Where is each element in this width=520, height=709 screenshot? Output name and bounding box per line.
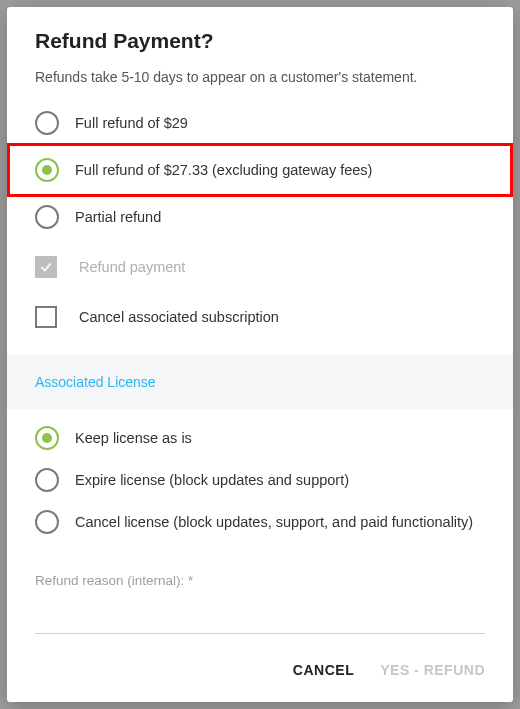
- radio-partial-refund[interactable]: Partial refund: [35, 197, 485, 237]
- radio-label: Cancel license (block updates, support, …: [75, 514, 473, 530]
- checkbox-icon: [35, 256, 57, 278]
- radio-cancel-license[interactable]: Cancel license (block updates, support, …: [35, 501, 485, 543]
- modal-body: Refund Payment? Refunds take 5-10 days t…: [7, 7, 513, 636]
- radio-dot-icon: [42, 433, 52, 443]
- radio-dot-icon: [42, 165, 52, 175]
- radio-icon: [35, 510, 59, 534]
- radio-expire-license[interactable]: Expire license (block updates and suppor…: [35, 459, 485, 501]
- radio-label: Keep license as is: [75, 430, 192, 446]
- radio-label: Expire license (block updates and suppor…: [75, 472, 349, 488]
- radio-full-refund[interactable]: Full refund of $29: [35, 103, 485, 143]
- refund-modal: Refund Payment? Refunds take 5-10 days t…: [7, 7, 513, 702]
- reason-input-wrap: [35, 610, 485, 634]
- radio-icon: [35, 468, 59, 492]
- radio-label: Full refund of $29: [75, 115, 188, 131]
- checkbox-label: Cancel associated subscription: [79, 309, 279, 325]
- checkbox-icon: [35, 306, 57, 328]
- confirm-button[interactable]: YES - REFUND: [380, 662, 485, 678]
- checkbox-cancel-subscription[interactable]: Cancel associated subscription: [35, 297, 485, 337]
- modal-title: Refund Payment?: [35, 29, 485, 53]
- radio-label: Partial refund: [75, 209, 161, 225]
- radio-icon: [35, 111, 59, 135]
- radio-keep-license[interactable]: Keep license as is: [35, 417, 485, 459]
- checkbox-refund-payment: Refund payment: [35, 247, 485, 287]
- highlight-box: Full refund of $27.33 (excluding gateway…: [7, 143, 513, 197]
- radio-icon: [35, 158, 59, 182]
- radio-label: Full refund of $27.33 (excluding gateway…: [75, 162, 372, 178]
- associated-license-section: Associated License: [7, 355, 513, 409]
- radio-icon: [35, 205, 59, 229]
- section-label: Associated License: [35, 374, 156, 390]
- cancel-button[interactable]: CANCEL: [293, 662, 354, 678]
- modal-actions: CANCEL YES - REFUND: [7, 636, 513, 702]
- radio-full-refund-ex-fees[interactable]: Full refund of $27.33 (excluding gateway…: [35, 150, 485, 190]
- reason-input[interactable]: [35, 610, 485, 627]
- modal-help-text: Refunds take 5-10 days to appear on a cu…: [35, 69, 485, 85]
- radio-icon: [35, 426, 59, 450]
- checkbox-label: Refund payment: [79, 259, 185, 275]
- reason-field-label: Refund reason (internal): *: [35, 573, 485, 588]
